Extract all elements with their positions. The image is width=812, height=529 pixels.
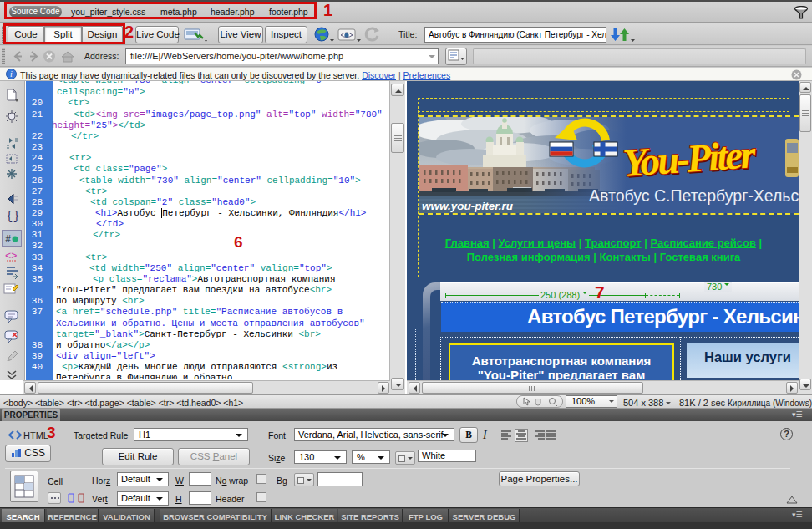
svg-text:You-Piter: You-Piter: [622, 132, 758, 185]
svg-text:#: #: [5, 234, 11, 246]
svg-text:i: i: [10, 69, 13, 79]
svg-text:Автобус С.Петербург-Хельсинки: Автобус С.Петербург-Хельсинки: [589, 186, 799, 205]
svg-text:{}: {}: [6, 210, 20, 223]
svg-text:www.you-piter.ru: www.you-piter.ru: [422, 200, 514, 212]
